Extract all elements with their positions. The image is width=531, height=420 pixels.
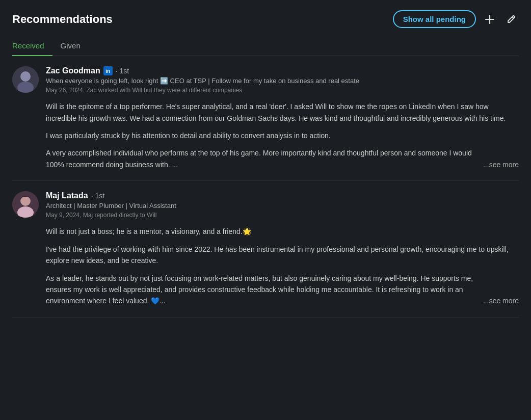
rec-name-row-zac: Zac Goodman in · 1st xyxy=(46,66,519,75)
rec-body-zac: Will is the epitome of a top performer. … xyxy=(46,101,519,170)
header: Recommendations Show all pending xyxy=(12,10,519,28)
rec-para-maj-1: Will is not just a boss; he is a mentor,… xyxy=(46,226,519,237)
tab-given[interactable]: Given xyxy=(61,36,89,56)
edit-button[interactable] xyxy=(503,12,519,27)
add-button[interactable] xyxy=(482,12,497,27)
rec-title-zac: When everyone is going left, look right … xyxy=(46,76,519,86)
see-more-maj[interactable]: ...see more xyxy=(483,295,519,306)
rec-body-maj: Will is not just a boss; he is a mentor,… xyxy=(46,226,519,306)
page-title: Recommendations xyxy=(12,13,113,26)
rec-content-zac: Zac Goodman in · 1st When everyone is go… xyxy=(46,66,519,170)
page-container: Recommendations Show all pending Receive… xyxy=(0,0,531,328)
degree-zac: · 1st xyxy=(116,67,129,75)
pencil-icon xyxy=(506,14,517,25)
rec-name-maj: Maj Latada xyxy=(46,191,88,200)
tabs: Received Given xyxy=(12,36,519,56)
rec-para-zac-3: A very accomplished individual who perfo… xyxy=(46,147,483,170)
rec-last-para-zac: A very accomplished individual who perfo… xyxy=(46,147,519,170)
linkedin-badge-zac: in xyxy=(103,66,113,75)
rec-para-maj-2: I've had the privilege of working with h… xyxy=(46,244,519,267)
svg-line-2 xyxy=(512,17,514,18)
rec-para-zac-2: I was particularly struck by his attenti… xyxy=(46,130,519,141)
recommendation-maj-latada: Maj Latada · 1st Architect | Master Plum… xyxy=(12,181,519,318)
degree-maj: · 1st xyxy=(91,192,104,200)
rec-para-zac-1: Will is the epitome of a top performer. … xyxy=(46,101,519,124)
recommendation-zac-goodman: Zac Goodman in · 1st When everyone is go… xyxy=(12,56,519,181)
svg-point-4 xyxy=(20,71,31,82)
plus-icon xyxy=(484,14,495,25)
rec-meta-zac: May 26, 2024, Zac worked with Will but t… xyxy=(46,87,519,94)
header-actions: Show all pending xyxy=(393,10,519,28)
avatar-zac-goodman xyxy=(12,66,39,93)
rec-name-zac: Zac Goodman xyxy=(46,66,100,75)
rec-title-maj: Architect | Master Plumber | Virtual Ass… xyxy=(46,201,519,211)
show-pending-button[interactable]: Show all pending xyxy=(393,10,476,28)
rec-content-maj: Maj Latada · 1st Architect | Master Plum… xyxy=(46,191,519,307)
recommendations-list: Zac Goodman in · 1st When everyone is go… xyxy=(12,56,519,318)
tab-received[interactable]: Received xyxy=(12,36,52,56)
rec-last-para-maj: As a leader, he stands out by not just f… xyxy=(46,273,519,307)
avatar-maj-latada xyxy=(12,191,39,218)
rec-para-maj-3: As a leader, he stands out by not just f… xyxy=(46,273,483,307)
rec-meta-maj: May 9, 2024, Maj reported directly to Wi… xyxy=(46,212,519,219)
rec-name-row-maj: Maj Latada · 1st xyxy=(46,191,519,200)
see-more-zac[interactable]: ...see more xyxy=(483,159,519,170)
